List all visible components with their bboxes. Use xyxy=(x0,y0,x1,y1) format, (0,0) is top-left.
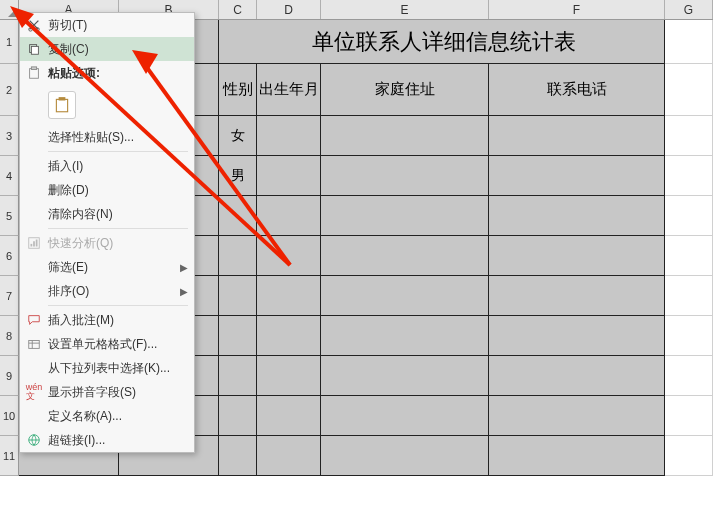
cell-c11[interactable] xyxy=(219,436,257,476)
ctx-define-name[interactable]: 定义名称(A)... xyxy=(20,404,194,428)
cell-d9[interactable] xyxy=(257,356,321,396)
cell-f5[interactable] xyxy=(489,196,665,236)
svg-rect-5 xyxy=(31,67,36,70)
hyperlink-icon xyxy=(24,431,44,449)
row-header-10[interactable]: 10 xyxy=(0,396,19,436)
cell-d6[interactable] xyxy=(257,236,321,276)
cell-e7[interactable] xyxy=(321,276,489,316)
ctx-sort[interactable]: 排序(O) ▶ xyxy=(20,279,194,303)
col-header-e[interactable]: E xyxy=(321,0,489,19)
cell-d11[interactable] xyxy=(257,436,321,476)
row-header-6[interactable]: 6 xyxy=(0,236,19,276)
ctx-delete-label: 删除(D) xyxy=(48,182,188,199)
cell-d7[interactable] xyxy=(257,276,321,316)
cell-c10[interactable] xyxy=(219,396,257,436)
quick-analysis-icon xyxy=(24,234,44,252)
row-header-1[interactable]: 1 xyxy=(0,20,19,64)
cell-e8[interactable] xyxy=(321,316,489,356)
cell-e11[interactable] xyxy=(321,436,489,476)
row-header-9[interactable]: 9 xyxy=(0,356,19,396)
ctx-hyperlink-label: 超链接(I)... xyxy=(48,432,188,449)
cell-g4[interactable] xyxy=(665,156,713,196)
header-gender[interactable]: 性别 xyxy=(219,64,257,116)
cell-d4[interactable] xyxy=(257,156,321,196)
cell-e9[interactable] xyxy=(321,356,489,396)
cell-c9[interactable] xyxy=(219,356,257,396)
cell-c5[interactable] xyxy=(219,196,257,236)
ctx-insert-comment[interactable]: 插入批注(M) xyxy=(20,308,194,332)
cell-f8[interactable] xyxy=(489,316,665,356)
row-header-5[interactable]: 5 xyxy=(0,196,19,236)
ctx-show-phonetic[interactable]: wén文 显示拼音字段(S) xyxy=(20,380,194,404)
ctx-filter[interactable]: 筛选(E) ▶ xyxy=(20,255,194,279)
col-header-c[interactable]: C xyxy=(219,0,257,19)
ctx-copy[interactable]: 复制(C) xyxy=(20,37,194,61)
svg-rect-9 xyxy=(31,244,33,247)
cell-f9[interactable] xyxy=(489,356,665,396)
cell-f7[interactable] xyxy=(489,276,665,316)
cell-g7[interactable] xyxy=(665,276,713,316)
cell-d8[interactable] xyxy=(257,316,321,356)
ctx-hyperlink[interactable]: 超链接(I)... xyxy=(20,428,194,452)
row-header-8[interactable]: 8 xyxy=(0,316,19,356)
svg-rect-7 xyxy=(59,97,66,100)
cell-g10[interactable] xyxy=(665,396,713,436)
ctx-format-cells-label: 设置单元格格式(F)... xyxy=(48,336,188,353)
cell-f11[interactable] xyxy=(489,436,665,476)
select-all-corner[interactable] xyxy=(0,0,19,20)
cell-c8[interactable] xyxy=(219,316,257,356)
comment-icon xyxy=(24,311,44,329)
cell-c6[interactable] xyxy=(219,236,257,276)
ctx-quick-analysis-label: 快速分析(Q) xyxy=(48,235,188,252)
cell-g11[interactable] xyxy=(665,436,713,476)
paste-icon xyxy=(24,64,44,82)
cell-e6[interactable] xyxy=(321,236,489,276)
cell-d3[interactable] xyxy=(257,116,321,156)
title-cell[interactable]: 单位联系人详细信息统计表 xyxy=(219,20,665,64)
cell-f10[interactable] xyxy=(489,396,665,436)
cell-e3[interactable] xyxy=(321,116,489,156)
cell-f3[interactable] xyxy=(489,116,665,156)
col-header-f[interactable]: F xyxy=(489,0,665,19)
cell-e10[interactable] xyxy=(321,396,489,436)
cell-d10[interactable] xyxy=(257,396,321,436)
header-dob[interactable]: 出生年月 xyxy=(257,64,321,116)
row-header-7[interactable]: 7 xyxy=(0,276,19,316)
cell-g5[interactable] xyxy=(665,196,713,236)
cell-c4[interactable]: 男 xyxy=(219,156,257,196)
svg-rect-3 xyxy=(31,46,38,54)
cell-g9[interactable] xyxy=(665,356,713,396)
ctx-pick-list[interactable]: 从下拉列表中选择(K)... xyxy=(20,356,194,380)
row-header-4[interactable]: 4 xyxy=(0,156,19,196)
row-header-2[interactable]: 2 xyxy=(0,64,19,116)
cell-d5[interactable] xyxy=(257,196,321,236)
cell-g1[interactable] xyxy=(665,20,713,64)
cell-c7[interactable] xyxy=(219,276,257,316)
svg-rect-4 xyxy=(30,69,39,79)
cell-f4[interactable] xyxy=(489,156,665,196)
ctx-cut[interactable]: 剪切(T) xyxy=(20,13,194,37)
paste-option-default[interactable] xyxy=(48,91,76,119)
ctx-clear[interactable]: 清除内容(N) xyxy=(20,202,194,226)
ctx-paste-options-row xyxy=(20,85,194,125)
header-phone[interactable]: 联系电话 xyxy=(489,64,665,116)
cell-c3[interactable]: 女 xyxy=(219,116,257,156)
ctx-format-cells[interactable]: 设置单元格格式(F)... xyxy=(20,332,194,356)
ctx-insert-label: 插入(I) xyxy=(48,158,188,175)
cell-g8[interactable] xyxy=(665,316,713,356)
cell-e4[interactable] xyxy=(321,156,489,196)
cell-e5[interactable] xyxy=(321,196,489,236)
header-address[interactable]: 家庭住址 xyxy=(321,64,489,116)
row-header-11[interactable]: 11 xyxy=(0,436,19,476)
cell-g6[interactable] xyxy=(665,236,713,276)
col-header-d[interactable]: D xyxy=(257,0,321,19)
cell-g2[interactable] xyxy=(665,64,713,116)
ctx-delete[interactable]: 删除(D) xyxy=(20,178,194,202)
cell-f6[interactable] xyxy=(489,236,665,276)
ctx-insert[interactable]: 插入(I) xyxy=(20,154,194,178)
row-header-3[interactable]: 3 xyxy=(0,116,19,156)
context-menu: 剪切(T) 复制(C) 粘贴选项: 选择性粘贴(S)... 插入(I) 删除(D… xyxy=(19,12,195,453)
ctx-paste-special[interactable]: 选择性粘贴(S)... xyxy=(20,125,194,149)
col-header-g[interactable]: G xyxy=(665,0,713,19)
cell-g3[interactable] xyxy=(665,116,713,156)
